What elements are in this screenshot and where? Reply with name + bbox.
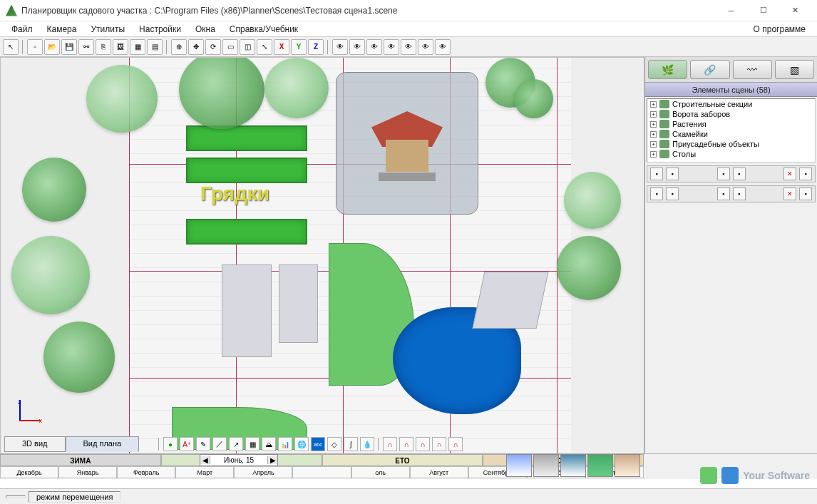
camera-6-icon[interactable]: 👁 — [418, 39, 433, 55]
curve-icon[interactable]: ∫ — [344, 437, 358, 451]
tree-item[interactable]: +Строительные секции — [647, 99, 815, 109]
camera-2-icon[interactable]: 👁 — [349, 39, 365, 55]
select-area-icon[interactable]: ◫ — [240, 39, 255, 55]
month-cell[interactable] — [292, 466, 351, 478]
month-cell[interactable]: Декабрь — [0, 466, 58, 478]
chart-icon[interactable]: 📊 — [278, 437, 292, 451]
scale-icon[interactable]: ⤡ — [257, 39, 272, 55]
mini-btn-icon[interactable]: ▪ — [666, 187, 679, 200]
date-stepper[interactable]: ◀ Июнь, 15 ▶ — [200, 454, 278, 466]
maximize-button[interactable]: ☐ — [747, 0, 779, 21]
tree-item[interactable]: +Ворота заборов — [647, 109, 815, 119]
camera-1-icon[interactable]: 👁 — [332, 39, 348, 55]
mini-btn-icon[interactable]: ▪ — [666, 168, 679, 180]
table-icon[interactable]: ▤ — [147, 39, 163, 55]
tree-item[interactable]: +Растения — [647, 119, 815, 129]
pencil-icon[interactable]: ✎ — [196, 437, 210, 451]
globe-icon[interactable]: 🌐 — [294, 437, 309, 451]
new-icon[interactable]: ▫ — [27, 39, 43, 55]
menu-settings[interactable]: Настройки — [132, 23, 188, 36]
menu-camera[interactable]: Камера — [40, 23, 84, 36]
move-icon[interactable]: ✥ — [188, 39, 204, 55]
sky-thumb[interactable] — [506, 454, 532, 477]
tab-objects-icon[interactable]: ▧ — [775, 60, 814, 79]
garden-bed[interactable] — [186, 158, 307, 183]
tree[interactable] — [514, 79, 553, 118]
tree[interactable] — [43, 322, 115, 393]
tree-item[interactable]: +Скамейки — [647, 129, 815, 139]
garden-bed[interactable] — [186, 125, 307, 151]
sky-thumb[interactable] — [587, 454, 613, 477]
abc-icon[interactable]: abc — [311, 437, 325, 451]
tree[interactable] — [564, 172, 621, 229]
magnet-icon[interactable]: ∩ — [448, 437, 463, 451]
month-cell[interactable]: оль — [351, 466, 410, 478]
mini-btn-icon[interactable]: ▪ — [650, 168, 663, 180]
tab-plan-view[interactable]: Вид плана — [66, 436, 140, 452]
copy-icon[interactable]: ⎘ — [96, 39, 111, 55]
tree-item[interactable]: +Столы — [647, 149, 815, 159]
tree[interactable] — [264, 58, 329, 118]
tree-item[interactable]: +Приусадебные объекты — [647, 139, 815, 149]
tree[interactable] — [557, 236, 621, 300]
camera-5-icon[interactable]: 👁 — [401, 39, 416, 55]
green-dot-icon[interactable]: ● — [163, 437, 178, 451]
camera-4-icon[interactable]: 👁 — [384, 39, 399, 55]
tab-3d-view[interactable]: 3D вид — [4, 436, 66, 452]
axis-y-button[interactable]: Y — [291, 39, 307, 55]
tree[interactable] — [86, 65, 158, 133]
drop-icon[interactable]: 💧 — [360, 437, 374, 451]
mini-btn-icon[interactable]: ▪ — [733, 187, 746, 200]
delete-icon[interactable]: ✕ — [783, 187, 796, 200]
camera-3-icon[interactable]: 👁 — [366, 39, 382, 55]
camera-7-icon[interactable]: 👁 — [435, 39, 451, 55]
date-next-icon[interactable]: ▶ — [267, 456, 277, 464]
magnet-icon[interactable]: ∩ — [432, 437, 446, 451]
season-winter[interactable]: ЗИМА — [0, 454, 161, 466]
sky-thumb[interactable] — [560, 454, 586, 477]
mini-btn-icon[interactable]: ▪ — [650, 187, 663, 200]
mini-btn-icon[interactable]: ▪ — [799, 187, 812, 200]
month-cell[interactable]: Январь — [58, 466, 117, 478]
pointer-tool-icon[interactable]: ↖ — [3, 39, 19, 55]
month-cell[interactable]: Март — [175, 466, 234, 478]
menu-file[interactable]: Файл — [4, 23, 40, 36]
menu-utilities[interactable]: Утилиты — [83, 23, 132, 36]
scene-tree[interactable]: +Строительные секции +Ворота заборов +Ра… — [647, 98, 816, 163]
image-icon[interactable]: 🖼 — [113, 39, 128, 55]
link-icon[interactable]: ⚯ — [78, 39, 94, 55]
magnet-icon[interactable]: ∩ — [383, 437, 397, 451]
month-cell[interactable]: Апрель — [234, 466, 292, 478]
garden-bed[interactable] — [186, 219, 307, 245]
shape-icon[interactable]: ◇ — [327, 437, 341, 451]
line-icon[interactable]: ／ — [212, 437, 227, 451]
menu-help[interactable]: Справка/Учебник — [222, 23, 305, 36]
tab-shapes-icon[interactable]: 〰 — [733, 60, 772, 79]
text-a-icon[interactable]: A⁺ — [180, 437, 194, 451]
minimize-button[interactable]: ─ — [715, 0, 747, 21]
tab-plants-icon[interactable]: 🌿 — [648, 60, 687, 79]
sky-thumb[interactable] — [533, 454, 559, 477]
menu-windows[interactable]: Окна — [188, 23, 222, 36]
target-icon[interactable]: ⊕ — [171, 39, 187, 55]
save-icon[interactable]: 💾 — [61, 39, 77, 55]
magnet-icon[interactable]: ∩ — [416, 437, 430, 451]
tree[interactable] — [22, 158, 86, 222]
menu-about[interactable]: О программе — [746, 23, 813, 36]
grid-icon[interactable]: ▦ — [130, 39, 145, 55]
month-cell[interactable]: Февраль — [117, 466, 175, 478]
axis-z-button[interactable]: Z — [308, 39, 324, 55]
magnet-icon[interactable]: ∩ — [399, 437, 413, 451]
mini-btn-icon[interactable]: ▪ — [799, 168, 812, 180]
tree[interactable] — [11, 236, 90, 314]
landscape-icon[interactable]: ⛰ — [262, 437, 276, 451]
axis-x-button[interactable]: X — [274, 39, 289, 55]
gravel-path[interactable] — [279, 264, 318, 343]
design-canvas[interactable]: Грядки z x — [0, 57, 644, 470]
open-icon[interactable]: 📂 — [44, 39, 60, 55]
tab-tools-icon[interactable]: 🔗 — [690, 60, 729, 79]
mini-btn-icon[interactable]: ▪ — [717, 168, 730, 180]
grid-small-icon[interactable]: ▦ — [245, 437, 260, 451]
sky-thumb[interactable] — [615, 454, 640, 477]
gravel-path[interactable] — [472, 272, 548, 329]
